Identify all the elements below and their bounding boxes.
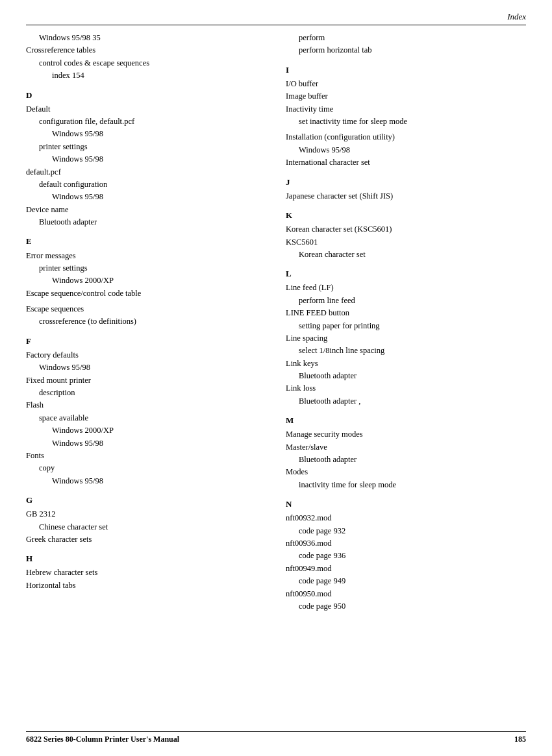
index-entry: Installation (configuration utility) (286, 131, 526, 143)
index-letter-n: N (286, 498, 526, 511)
index-entry: set inactivity time for sleep mode (299, 116, 526, 128)
index-letter-k: K (286, 209, 526, 222)
index-entry: Windows 95/98 (52, 437, 266, 450)
index-entry: LINE FEED button (286, 307, 526, 319)
index-entry: Factory defaults (26, 349, 266, 361)
index-entry: Windows 2000/XP (52, 424, 266, 437)
index-entry: code page 950 (299, 600, 526, 613)
index-entry: crossreference (to definitions) (39, 315, 266, 328)
index-entry: Bluetooth adapter (39, 216, 266, 228)
index-entry: select 1/8inch line spacing (299, 345, 526, 357)
index-entry: printer settings (39, 262, 266, 274)
index-letter-f: F (26, 335, 266, 348)
index-entry: configuration file, default.pcf (39, 116, 266, 128)
index-entry: Korean character set (299, 249, 526, 261)
index-entry: space available (39, 412, 266, 424)
index-entry: perform (299, 32, 526, 44)
index-entry: Fonts (26, 450, 266, 462)
index-entry: Inactivity time (286, 103, 526, 116)
index-entry: Bluetooth adapter (299, 454, 526, 466)
page: Index Windows 95/98 35Crossreference tab… (0, 0, 552, 756)
index-letter-g: G (26, 494, 266, 507)
index-letter-l: L (286, 267, 526, 280)
index-entry: inactivity time for sleep mode (299, 479, 526, 491)
index-entry: default.pcf (26, 166, 266, 178)
index-entry: Modes (286, 466, 526, 478)
index-entry: nft00932.mod (286, 512, 526, 524)
index-entry: Windows 95/98 (52, 475, 266, 487)
index-entry: Fixed mount printer (26, 374, 266, 387)
index-entry: Error messages (26, 250, 266, 262)
index-entry: code page 949 (299, 575, 526, 587)
index-entry: code page 936 (299, 550, 526, 562)
left-column: Windows 95/98 35Crossreference tablescon… (26, 32, 266, 613)
index-entry: code page 932 (299, 525, 526, 537)
index-entry: perform line feed (299, 295, 526, 307)
index-entry: Windows 2000/XP (52, 274, 266, 287)
index-entry: Line spacing (286, 332, 526, 345)
index-entry: Image buffer (286, 90, 526, 103)
index-entry: Chinese character set (39, 521, 266, 533)
right-column: performperform horizontal tabII/O buffer… (286, 32, 526, 613)
index-letter-j: J (286, 176, 526, 189)
index-entry: I/O buffer (286, 78, 526, 90)
index-entry: Flash (26, 399, 266, 411)
index-entry: Windows 95/98 35 (39, 32, 266, 44)
index-entry: Default (26, 103, 266, 116)
index-entry: Crossreference tables (26, 44, 266, 56)
index-letter-e: E (26, 235, 266, 248)
index-entry: International character set (286, 156, 526, 169)
index-entry: Escape sequence/control code table (26, 287, 266, 300)
index-entry: Windows 95/98 (39, 361, 266, 374)
index-entry: nft00936.mod (286, 537, 526, 550)
index-letter-d: D (26, 89, 266, 102)
footer-right: 185 (514, 735, 526, 744)
index-entry: KSC5601 (286, 236, 526, 249)
index-entry: nft00950.mod (286, 588, 526, 600)
index-entry: Hebrew character sets (26, 567, 266, 579)
index-entry: Windows 95/98 (52, 128, 266, 140)
index-entry: default configuration (39, 178, 266, 191)
index-entry: description (39, 387, 266, 399)
index-letter-m: M (286, 414, 526, 427)
index-entry: Windows 95/98 (52, 191, 266, 203)
page-footer: 6822 Series 80-Column Printer User's Man… (26, 731, 526, 744)
index-letter-i: I (286, 64, 526, 77)
index-entry: Link loss (286, 382, 526, 395)
index-entry: Korean character set (KSC5601) (286, 223, 526, 236)
index-entry: Bluetooth adapter , (299, 395, 526, 408)
header-title: Index (507, 12, 526, 21)
page-header: Index (26, 12, 526, 25)
index-entry: Horizontal tabs (26, 579, 266, 592)
index-entry: copy (39, 462, 266, 474)
index-entry: Escape sequences (26, 303, 266, 315)
index-entry: Line feed (LF) (286, 282, 526, 294)
index-entry: Windows 95/98 (299, 144, 526, 156)
index-entry: control codes & escape sequences (39, 57, 266, 69)
index-entry: Windows 95/98 (52, 153, 266, 165)
index-entry: Greek character sets (26, 533, 266, 546)
index-entry: Master/slave (286, 441, 526, 454)
index-entry: GB 2312 (26, 508, 266, 520)
index-entry: perform horizontal tab (299, 44, 526, 56)
footer-left: 6822 Series 80-Column Printer User's Man… (26, 735, 179, 744)
index-entry: Link keys (286, 358, 526, 370)
index-entry: printer settings (39, 141, 266, 153)
index-letter-h: H (26, 552, 266, 565)
index-entry: setting paper for printing (299, 320, 526, 332)
index-entry: Device name (26, 204, 266, 216)
index-entry: Bluetooth adapter (299, 370, 526, 382)
index-entry: nft00949.mod (286, 563, 526, 575)
index-entry: Manage security modes (286, 428, 526, 441)
index-entry: index 154 (52, 69, 266, 82)
index-entry: Japanese character set (Shift JIS) (286, 190, 526, 202)
index-columns: Windows 95/98 35Crossreference tablescon… (26, 32, 526, 613)
